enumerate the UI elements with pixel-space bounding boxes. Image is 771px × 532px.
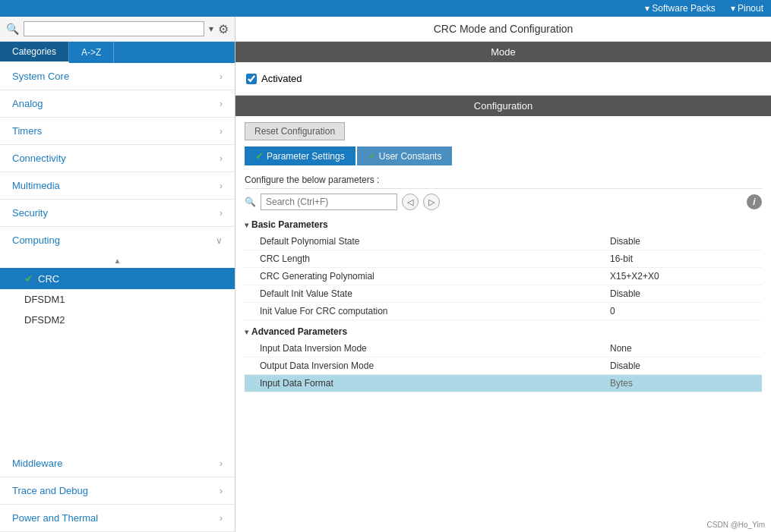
param-row-input-inversion: Input Data Inversion Mode None <box>245 340 762 357</box>
param-row-default-polynomial: Default Polynomial State Disable <box>245 233 762 250</box>
param-row-init-value-crc: Init Value For CRC computation 0 <box>245 303 762 320</box>
configuration-header: Configuration <box>235 96 771 116</box>
mode-section-header: Mode <box>235 42 771 62</box>
param-name: Output Data Inversion Mode <box>260 360 610 371</box>
reset-configuration-button[interactable]: Reset Configuration <box>245 122 345 140</box>
chevron-right-icon: › <box>220 71 223 82</box>
sidebar-item-trace-debug[interactable]: Trace and Debug › <box>0 477 235 505</box>
prev-nav-button[interactable]: ◁ <box>402 194 419 210</box>
sidebar-item-timers[interactable]: Timers › <box>0 118 235 145</box>
param-row-output-inversion: Output Data Inversion Mode Disable <box>245 357 762 375</box>
param-name: Default Polynomial State <box>260 236 610 247</box>
content-title: CRC Mode and Configuration <box>235 17 771 42</box>
param-value: Disable <box>610 360 762 371</box>
chevron-right-icon: › <box>220 126 223 137</box>
activated-label: Activated <box>261 73 302 84</box>
software-packs-label: ▾ Software Packs <box>645 3 716 14</box>
subitem-crc[interactable]: ✔ CRC <box>0 268 235 289</box>
param-search-bar: 🔍 ◁ ▷ i <box>245 194 762 210</box>
param-value: None <box>610 343 762 354</box>
main-layout: 🔍 ▾ ⚙ Categories A->Z System Core › Anal… <box>0 17 771 532</box>
param-name: CRC Length <box>260 253 610 264</box>
sidebar-tab-bar: Categories A->Z <box>0 42 235 63</box>
chevron-right-icon: › <box>220 208 223 219</box>
sidebar-search-bar: 🔍 ▾ ⚙ <box>0 17 235 42</box>
tab-parameter-settings[interactable]: ✔ Parameter Settings <box>245 146 355 165</box>
next-nav-button[interactable]: ▷ <box>423 194 440 210</box>
chevron-down-icon: ∨ <box>216 235 223 246</box>
sidebar-item-middleware[interactable]: Middleware › <box>0 450 235 477</box>
chevron-right-icon: › <box>220 153 223 164</box>
sidebar-item-computing[interactable]: Computing ∨ <box>0 227 235 253</box>
pinout-menu[interactable]: ▾ Pinout <box>731 3 763 14</box>
computing-subitems: ✔ CRC DFSDM1 DFSDM2 <box>0 268 235 330</box>
param-row-crc-polynomial: CRC Generating Polynomial X15+X2+X0 <box>245 268 762 285</box>
sidebar-item-security[interactable]: Security › <box>0 200 235 227</box>
activated-row: Activated <box>246 70 760 87</box>
search-input[interactable] <box>24 21 204 36</box>
param-name: Default Init Value State <box>260 288 610 299</box>
param-value: Disable <box>610 236 762 247</box>
tab-check-icon: ✔ <box>255 150 264 162</box>
up-arrow-icon: ▲ <box>114 257 122 265</box>
param-name: Init Value For CRC computation <box>260 306 610 316</box>
collapse-icon[interactable]: ▾ <box>245 328 248 336</box>
chevron-right-icon: › <box>220 99 223 109</box>
configuration-section: Configuration Reset Configuration ✔ Para… <box>235 95 771 398</box>
gear-icon[interactable]: ⚙ <box>218 22 229 36</box>
info-button[interactable]: i <box>747 194 762 209</box>
param-search-icon: 🔍 <box>245 197 256 207</box>
scroll-up-indicator: ▲ <box>0 253 235 268</box>
basic-params-header: ▾ Basic Parameters <box>245 216 762 233</box>
param-name: Input Data Inversion Mode <box>260 343 610 354</box>
tab-check-icon: ✔ <box>368 150 376 162</box>
tab-az[interactable]: A->Z <box>69 42 114 63</box>
param-name: Input Data Format <box>260 378 610 389</box>
search-icon: 🔍 <box>6 23 19 35</box>
param-row-default-init-value: Default Init Value State Disable <box>245 285 762 303</box>
dropdown-arrow[interactable]: ▾ <box>209 24 213 34</box>
mode-section: Activated <box>235 62 771 95</box>
param-value: Bytes <box>610 378 762 389</box>
sidebar-item-connectivity[interactable]: Connectivity › <box>0 145 235 172</box>
sidebar-item-system-core[interactable]: System Core › <box>0 63 235 90</box>
param-value: X15+X2+X0 <box>610 271 762 282</box>
software-packs-menu[interactable]: ▾ Software Packs <box>645 3 716 14</box>
config-tab-bar: ✔ Parameter Settings ✔ User Constants <box>245 146 762 165</box>
param-value: 16-bit <box>610 253 762 264</box>
subitem-dfsdm1[interactable]: DFSDM1 <box>0 289 235 310</box>
tab-user-constants[interactable]: ✔ User Constants <box>357 146 453 165</box>
param-value: 0 <box>610 306 762 316</box>
chevron-right-icon: › <box>220 458 223 469</box>
top-bar: ▾ Software Packs ▾ Pinout <box>0 0 771 17</box>
sidebar: 🔍 ▾ ⚙ Categories A->Z System Core › Anal… <box>0 17 235 532</box>
activated-checkbox[interactable] <box>246 74 257 84</box>
content-wrapper: Mode Activated Configuration Reset Confi… <box>235 42 771 532</box>
chevron-right-icon: › <box>220 181 223 191</box>
config-info-text: Configure the below parameters : <box>245 172 762 189</box>
sidebar-item-analog[interactable]: Analog › <box>0 90 235 118</box>
sidebar-item-multimedia[interactable]: Multimedia › <box>0 172 235 200</box>
content-area: CRC Mode and Configuration Mode Activate… <box>235 17 771 532</box>
configuration-body: Reset Configuration ✔ Parameter Settings… <box>235 116 771 398</box>
collapse-icon[interactable]: ▾ <box>245 221 248 229</box>
subitem-dfsdm2[interactable]: DFSDM2 <box>0 310 235 330</box>
param-name: CRC Generating Polynomial <box>260 271 610 282</box>
param-search-input[interactable] <box>261 194 397 210</box>
advanced-params-header: ▾ Advanced Parameters <box>245 323 762 340</box>
param-row-crc-length: CRC Length 16-bit <box>245 250 762 268</box>
sidebar-item-power-thermal[interactable]: Power and Thermal › <box>0 505 235 532</box>
check-icon: ✔ <box>24 272 33 285</box>
pinout-label: ▾ Pinout <box>731 3 763 14</box>
param-row-input-format: Input Data Format Bytes <box>245 375 762 392</box>
param-value: Disable <box>610 288 762 299</box>
chevron-right-icon: › <box>220 513 223 524</box>
chevron-right-icon: › <box>220 486 223 496</box>
watermark: CSDN @Ho_Yim <box>235 518 771 532</box>
tab-categories[interactable]: Categories <box>0 42 69 63</box>
